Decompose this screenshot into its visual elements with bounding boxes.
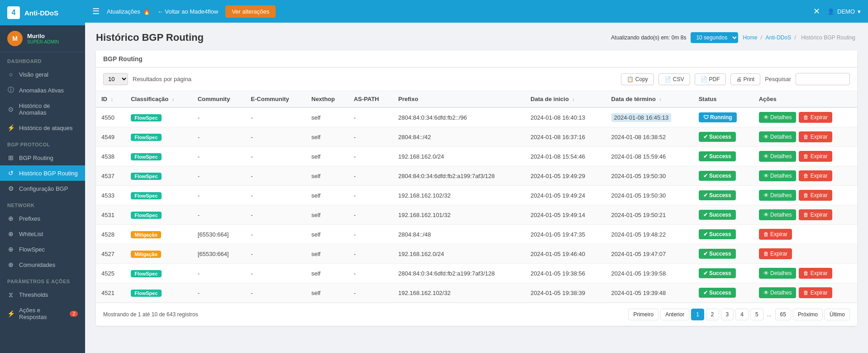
details-button[interactable]: 👁 Detalhes [759, 170, 796, 181]
next-page-button[interactable]: Próximo [793, 309, 823, 320]
expire-button[interactable]: 🗑 Expirar [799, 151, 832, 162]
username: Murilo [27, 33, 59, 39]
expire-button[interactable]: 🗑 Expirar [759, 248, 792, 259]
sidebar-item-label: Configuração BGP [19, 185, 68, 192]
back-link[interactable]: Voltar ao Made4flow [157, 8, 218, 15]
details-button[interactable]: 👁 Detalhes [759, 112, 796, 123]
changes-button[interactable]: Ver alterações [225, 5, 276, 18]
cell-data-termino: 2024-01-08 16:45:13 [606, 107, 693, 127]
cell-data-inicio: 2024-01-05 19:46:40 [525, 244, 606, 264]
table-row: 4538 FlowSpec - - self - 192.168.162.0/2… [96, 147, 857, 166]
cell-ecommunity: - [245, 283, 306, 303]
history-icon: ⊙ [7, 106, 14, 113]
first-page-button[interactable]: Primeiro [628, 309, 658, 320]
cell-acoes: 👁 Detalhes 🗑 Expirar [754, 166, 857, 186]
cell-classificacao: FlowSpec [125, 205, 192, 225]
prev-page-button[interactable]: Anterior [660, 309, 689, 320]
demo-section[interactable]: 👤 DEMO ▾ [827, 8, 861, 15]
details-button[interactable]: 👁 Detalhes [759, 287, 796, 298]
cell-data-inicio: 2024-01-05 19:49:14 [525, 205, 606, 225]
expire-button[interactable]: 🗑 Expirar [759, 229, 792, 240]
interval-select[interactable]: 10 segundos 30 segundos 60 segundos [691, 32, 738, 43]
badge-flowspec: FlowSpec [131, 134, 161, 141]
cell-classificacao: Mitigação [125, 225, 192, 244]
sidebar-item-visao-geral[interactable]: ○ Visão geral [0, 67, 85, 82]
pdf-button[interactable]: 📄 PDF [695, 73, 726, 85]
expire-button[interactable]: 🗑 Expirar [799, 131, 832, 142]
sidebar-item-acoes-respostas[interactable]: ⚡ Ações e Respostas 2 [0, 303, 85, 324]
status-badge-running: 🛡 Running [699, 112, 737, 122]
expire-button[interactable]: 🗑 Expirar [799, 170, 832, 181]
sidebar-item-historico-bgp-routing[interactable]: ↺ Histórico BGP Routing [0, 165, 85, 181]
cell-data-termino: 2024-01-08 16:38:52 [606, 127, 693, 147]
cell-acoes: 👁 Detalhes 🗑 Expirar [754, 205, 857, 225]
pdf-icon: 📄 [701, 76, 707, 82]
cell-prefixo: 192.168.162.0/24 [393, 244, 525, 264]
badge-flowspec: FlowSpec [131, 212, 161, 219]
cell-aspath: - [348, 186, 393, 205]
breadcrumb-antiddos[interactable]: Anti-DDoS [765, 34, 791, 41]
details-button[interactable]: 👁 Detalhes [759, 190, 796, 201]
sidebar-item-historico-anomalias[interactable]: ⊙ Histórico de Anomalias [0, 98, 85, 120]
date-termino: 2024-01-05 19:47:07 [611, 251, 666, 257]
print-button[interactable]: 🖨 Print [730, 73, 761, 85]
cell-ecommunity: - [245, 264, 306, 283]
cell-status: ✔ Success [693, 283, 754, 303]
cell-nexthop: self [306, 147, 348, 166]
cell-community: [65530:664] [192, 225, 246, 244]
page-button-65[interactable]: 65 [775, 309, 791, 320]
sidebar-item-thresholds[interactable]: ⧖ Thresholds [0, 287, 85, 303]
sidebar-item-whitelist[interactable]: ⊕ WhiteList [0, 226, 85, 242]
last-page-button[interactable]: Último [825, 309, 850, 320]
per-page-select[interactable]: 10 25 50 100 [103, 73, 128, 85]
menu-icon[interactable]: ☰ [92, 6, 100, 16]
cell-prefixo: 192.168.162.0/24 [393, 147, 525, 166]
breadcrumb-home[interactable]: Home [743, 34, 757, 41]
search-input[interactable] [796, 73, 850, 85]
copy-button[interactable]: 📋 Copy [621, 73, 654, 85]
page-button-2[interactable]: 2 [706, 309, 719, 320]
csv-button[interactable]: 📄 CSV [658, 73, 690, 85]
breadcrumb-sep1: / [761, 34, 764, 41]
page-button-4[interactable]: 4 [735, 309, 749, 320]
status-badge-success: ✔ Success [699, 171, 736, 181]
expire-button[interactable]: 🗑 Expirar [799, 287, 832, 298]
cell-nexthop: self [306, 264, 348, 283]
user-role: SUPER-ADMIN [27, 39, 59, 44]
section-title-params: Parâmetros e ações [0, 272, 85, 287]
close-icon[interactable]: ✕ [813, 6, 820, 16]
expire-button[interactable]: 🗑 Expirar [799, 268, 832, 279]
sidebar-item-bgp-routing[interactable]: ⊞ BGP Routing [0, 150, 85, 165]
sidebar-item-historico-ataques[interactable]: ⚡ Histórico de ataques [0, 120, 85, 135]
sidebar-item-comunidades[interactable]: ⊕ Comunidades [0, 257, 85, 272]
expire-button[interactable]: 🗑 Expirar [799, 190, 832, 201]
page-button-5[interactable]: 5 [750, 309, 763, 320]
cell-data-inicio: 2024-01-08 16:40:13 [525, 107, 606, 127]
sidebar-item-flowspec[interactable]: ⊕ FlowSpec [0, 242, 85, 257]
expire-button[interactable]: 🗑 Expirar [799, 112, 832, 123]
cell-ecommunity: - [245, 107, 306, 127]
app-name: Anti-DDoS [24, 9, 58, 17]
cell-acoes: 👁 Detalhes 🗑 Expirar [754, 283, 857, 303]
details-button[interactable]: 👁 Detalhes [759, 131, 796, 142]
details-button[interactable]: 👁 Detalhes [759, 151, 796, 162]
page-ellipsis: ... [765, 309, 773, 320]
expire-button[interactable]: 🗑 Expirar [799, 209, 832, 220]
cell-data-inicio: 2024-01-08 15:54:46 [525, 147, 606, 166]
date-termino: 2024-01-05 19:39:58 [611, 270, 666, 277]
cell-classificacao: FlowSpec [125, 283, 192, 303]
csv-icon: 📄 [664, 76, 671, 82]
cell-classificacao: Mitigação [125, 244, 192, 264]
cell-aspath: - [348, 244, 393, 264]
sidebar-item-anomalias-ativas[interactable]: ⓘ Anomalias Ativas [0, 82, 85, 98]
sidebar-item-prefixes[interactable]: ⊕ Prefixes [0, 211, 85, 226]
cell-acoes: 👁 Detalhes 🗑 Expirar [754, 107, 857, 127]
page-button-3[interactable]: 3 [721, 309, 734, 320]
sidebar-item-configuracao-bgp[interactable]: ⚙ Configuração BGP [0, 181, 85, 196]
breadcrumb-sep2: / [794, 34, 797, 41]
cell-status: ✔ Success [693, 244, 754, 264]
page-button-1[interactable]: 1 [691, 309, 704, 320]
details-button[interactable]: 👁 Detalhes [759, 268, 796, 279]
cell-status: ✔ Success [693, 205, 754, 225]
details-button[interactable]: 👁 Detalhes [759, 209, 796, 220]
